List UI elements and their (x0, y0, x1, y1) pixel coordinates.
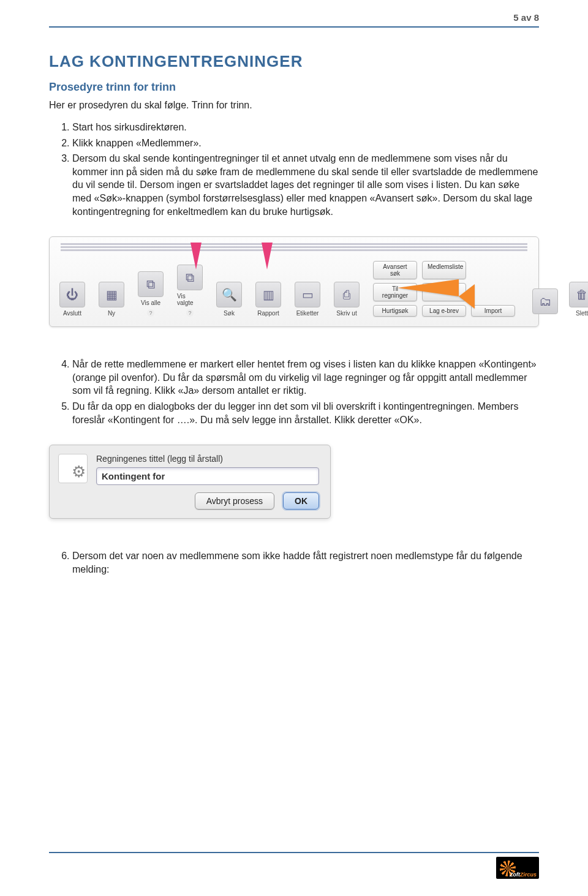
steps-list-a: Start hos sirkusdirektøren. Klikk knappe… (49, 121, 539, 218)
dialog-label: Regningenes tittel (legg til årstall) (96, 454, 319, 464)
search-icon: 🔍 (216, 282, 242, 307)
medlemsliste-button[interactable]: Medlemsliste (422, 261, 466, 279)
toolbar-item-folder[interactable]: 🗂 (532, 288, 558, 317)
decorative-stripe (61, 243, 527, 245)
orange-arrow-icon (398, 279, 459, 296)
dialog-app-icon: ⚙ (58, 454, 88, 483)
toolbar-item-rapport[interactable]: ▥ Rapport (255, 282, 281, 317)
print-icon: ⎙ (334, 282, 360, 307)
decorative-stripe (61, 246, 527, 248)
trash-icon: 🗑 (569, 282, 588, 307)
toolbar-label: Slett (576, 310, 588, 317)
heading-sub: Prosedyre trinn for trinn (49, 81, 539, 94)
toolbar-item-vis-valgte[interactable]: ⧉ Vis valgte ? (177, 265, 203, 317)
step-item: Klikk knappen «Medlemmer». (72, 137, 539, 150)
pink-arrow-icon (262, 243, 273, 269)
decorative-stripe (61, 249, 527, 251)
toolbar-figure: ⏻ Avslutt ▦ Ny ⧉ Vis alle ? ⧉ Vis valgte… (49, 236, 539, 327)
toolbar-label: Avslutt (63, 310, 81, 317)
toolbar-item-avslutt[interactable]: ⏻ Avslutt (59, 282, 85, 317)
help-badge-icon: ? (186, 309, 194, 317)
logo-text-a: Zoft (510, 872, 520, 878)
footer-rule (49, 852, 539, 853)
folder-icon: 🗂 (532, 288, 558, 314)
toolbar-label: Søk (224, 310, 235, 317)
toolbar-label: Etiketter (296, 310, 319, 317)
toolbar-label: Vis alle (141, 299, 160, 306)
pink-arrow-icon (190, 243, 202, 269)
power-icon: ⏻ (59, 282, 85, 307)
help-badge-icon: ? (147, 309, 154, 317)
steps-list-c: Dersom det var noen av medlemmene som ik… (49, 549, 539, 576)
page-number: 5 av 8 (49, 12, 539, 23)
cancel-button[interactable]: Avbryt prosess (195, 492, 274, 510)
toolbar-item-skriv-ut[interactable]: ⎙ Skriv ut (334, 282, 360, 317)
toolbar-label: Vis valgte (177, 293, 203, 306)
logo-text-b: Zircus (520, 872, 537, 878)
page-footer: ZoftZircus (49, 852, 539, 879)
toolbar-item-vis-alle[interactable]: ⧉ Vis alle ? (138, 271, 164, 317)
step-item: Når de rette medlemmene er markert eller… (72, 358, 539, 397)
title-dialog: ⚙ Regningenes tittel (legg til årstall) … (49, 445, 331, 519)
intro-text: Her er prosedyren du skal følge. Trinn f… (49, 100, 539, 111)
hurtigsok-button[interactable]: Hurtigsøk (373, 305, 417, 317)
heading-main: LAG KONTINGENTREGNINGER (49, 52, 539, 71)
dialog-title-input[interactable] (96, 467, 319, 485)
toolbar-row: ⏻ Avslutt ▦ Ny ⧉ Vis alle ? ⧉ Vis valgte… (56, 252, 532, 320)
step-item: Du får da opp en dialogboks der du legge… (72, 400, 539, 426)
toolbar-item-sok[interactable]: 🔍 Søk (216, 282, 242, 317)
new-icon: ▦ (99, 282, 124, 307)
toolbar-label: Rapport (257, 310, 279, 317)
toolbar-right-group: 🗂 🗑 Slett (532, 282, 588, 317)
toolbar-item-ny[interactable]: ▦ Ny (99, 282, 124, 317)
toolbar-item-etiketter[interactable]: ▭ Etiketter (295, 282, 320, 317)
import-button[interactable]: Import (471, 305, 515, 317)
step-item: Start hos sirkusdirektøren. (72, 121, 539, 134)
toolbar-item-slett[interactable]: 🗑 Slett (569, 282, 588, 317)
toolbar-label: Skriv ut (336, 310, 356, 317)
show-all-icon: ⧉ (138, 271, 164, 297)
zoftzircus-logo: ZoftZircus (496, 857, 539, 879)
labels-icon: ▭ (295, 282, 320, 307)
ok-button[interactable]: OK (283, 492, 319, 510)
header-rule (49, 26, 539, 28)
step-item: Dersom du skal sende kontingentregninger… (72, 152, 539, 218)
report-icon: ▥ (255, 282, 281, 307)
avansert-sok-button[interactable]: Avansert søk (373, 261, 417, 279)
step-item: Dersom det var noen av medlemmene som ik… (72, 549, 539, 576)
toolbar-label: Ny (108, 310, 115, 317)
steps-list-b: Når de rette medlemmene er markert eller… (49, 358, 539, 426)
gear-icon: ⚙ (72, 462, 86, 481)
